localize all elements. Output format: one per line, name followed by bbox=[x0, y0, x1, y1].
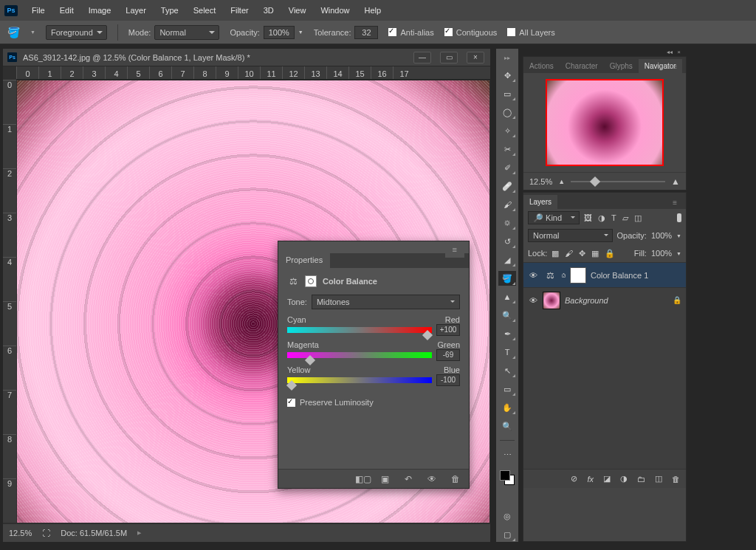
minimize-button[interactable]: — bbox=[413, 52, 431, 63]
menu-3d[interactable]: 3D bbox=[257, 6, 281, 15]
layer-mask-thumbnail[interactable] bbox=[570, 267, 586, 283]
link-icon[interactable]: 𐐘 bbox=[562, 272, 566, 279]
maximize-button[interactable]: ▭ bbox=[440, 52, 458, 63]
properties-tab[interactable]: Properties bbox=[278, 253, 330, 268]
add-mask-icon[interactable]: ◪ bbox=[603, 474, 611, 484]
eraser-tool[interactable]: ◢ bbox=[498, 252, 516, 267]
yellow-blue-slider[interactable] bbox=[287, 377, 432, 383]
opacity-input[interactable]: 100% bbox=[264, 26, 295, 39]
antialias-checkbox[interactable] bbox=[388, 28, 396, 36]
all-layers-checkbox[interactable] bbox=[507, 28, 515, 36]
lasso-tool[interactable]: ◯ bbox=[498, 105, 516, 120]
glyphs-tab[interactable]: Glyphs bbox=[604, 59, 639, 73]
tone-dropdown[interactable]: Midtones bbox=[312, 295, 460, 309]
fill-value[interactable]: 100% bbox=[651, 249, 672, 258]
mask-icon[interactable] bbox=[305, 275, 317, 287]
edit-toolbar-icon[interactable]: ⋯ bbox=[498, 447, 516, 462]
filter-toggle[interactable] bbox=[677, 213, 681, 222]
close-button[interactable]: × bbox=[467, 52, 484, 63]
toolbar-collapse-icon[interactable]: ▸▸ bbox=[504, 55, 510, 61]
lock-position-icon[interactable]: ✥ bbox=[579, 249, 585, 258]
lock-icon[interactable]: 🔒 bbox=[673, 296, 681, 304]
new-group-icon[interactable]: 🗀 bbox=[637, 475, 645, 484]
path-select-tool[interactable]: ↖ bbox=[498, 363, 516, 378]
lock-transparency-icon[interactable]: ▩ bbox=[551, 249, 559, 258]
lock-artboard-icon[interactable]: ▦ bbox=[591, 249, 599, 258]
visibility-toggle[interactable]: 👁 bbox=[528, 296, 538, 305]
history-brush-tool[interactable]: ↺ bbox=[498, 234, 516, 249]
paint-bucket-tool[interactable]: 🪣 bbox=[498, 271, 516, 286]
screen-mode-icon[interactable]: ▢ bbox=[498, 527, 516, 542]
properties-menu-icon[interactable]: ≡ bbox=[445, 243, 464, 258]
quickmask-icon[interactable]: ◎ bbox=[498, 509, 516, 523]
panel-group-collapse-icon[interactable]: ◂◂ × bbox=[523, 49, 687, 55]
fill-area-dropdown[interactable]: Foreground bbox=[46, 25, 107, 40]
filter-type-icon[interactable]: T bbox=[611, 213, 616, 223]
view-previous-icon[interactable]: ▣ bbox=[379, 474, 391, 484]
actions-tab[interactable]: Actions bbox=[523, 59, 560, 73]
layers-menu-icon[interactable]: ≡ bbox=[667, 196, 683, 210]
ruler-horizontal[interactable]: 01234567891011121314151617 bbox=[16, 66, 490, 80]
blur-tool[interactable]: ▲ bbox=[498, 289, 516, 304]
preserve-luminosity-checkbox[interactable] bbox=[287, 399, 295, 407]
marquee-tool[interactable]: ▭ bbox=[498, 86, 516, 101]
yellow-blue-value[interactable]: -100 bbox=[436, 374, 460, 386]
navigator-thumbnail[interactable] bbox=[546, 79, 664, 166]
menu-layer[interactable]: Layer bbox=[119, 6, 153, 15]
expand-icon[interactable]: ⛶ bbox=[42, 529, 50, 537]
visibility-toggle[interactable]: 👁 bbox=[528, 271, 538, 280]
color-swatches[interactable] bbox=[500, 470, 515, 485]
clone-stamp-tool[interactable]: ⛭ bbox=[498, 216, 516, 230]
cyan-red-value[interactable]: +100 bbox=[436, 324, 460, 336]
filter-adjustment-icon[interactable]: ◑ bbox=[598, 213, 605, 223]
menu-view[interactable]: View bbox=[282, 6, 313, 15]
healing-brush-tool[interactable]: 🩹 bbox=[498, 179, 516, 193]
zoom-out-icon[interactable]: ▲ bbox=[558, 178, 565, 185]
layer-thumbnail[interactable] bbox=[543, 292, 560, 309]
move-tool[interactable]: ✥ bbox=[498, 68, 516, 83]
layer-blend-dropdown[interactable]: Normal bbox=[528, 229, 613, 242]
lock-pixels-icon[interactable]: 🖌 bbox=[565, 249, 573, 258]
zoom-tool[interactable]: 🔍 bbox=[498, 419, 516, 433]
layer-background[interactable]: 👁 Background 🔒 bbox=[523, 287, 686, 312]
menu-edit[interactable]: Edit bbox=[53, 6, 80, 15]
menu-window[interactable]: Window bbox=[314, 6, 356, 15]
reset-icon[interactable]: ↶ bbox=[402, 474, 414, 484]
type-tool[interactable]: T bbox=[498, 345, 516, 360]
menu-type[interactable]: Type bbox=[154, 6, 185, 15]
layers-tab[interactable]: Layers bbox=[523, 195, 557, 209]
navigator-menu-icon[interactable]: ≡ bbox=[667, 60, 683, 74]
menu-help[interactable]: Help bbox=[358, 6, 388, 15]
hand-tool[interactable]: ✋ bbox=[498, 400, 516, 415]
filter-smart-icon[interactable]: ◫ bbox=[634, 213, 642, 223]
menu-image[interactable]: Image bbox=[82, 6, 118, 15]
filter-shape-icon[interactable]: ▱ bbox=[622, 213, 628, 223]
brush-tool[interactable]: 🖌 bbox=[498, 197, 516, 212]
layer-filter-dropdown[interactable]: 🔎 Kind bbox=[528, 211, 580, 224]
link-layers-icon[interactable]: ⊘ bbox=[571, 474, 577, 484]
zoom-value[interactable]: 12.5% bbox=[9, 529, 32, 537]
clip-to-layer-icon[interactable]: ◧▢ bbox=[355, 474, 367, 484]
ruler-vertical[interactable]: 0123456789 bbox=[3, 80, 16, 523]
layer-opacity-value[interactable]: 100% bbox=[651, 231, 672, 240]
menu-filter[interactable]: Filter bbox=[224, 6, 255, 15]
layer-style-icon[interactable]: fx bbox=[587, 475, 594, 484]
tolerance-input[interactable]: 32 bbox=[354, 26, 378, 39]
crop-tool[interactable]: ✂ bbox=[498, 142, 516, 157]
cyan-red-slider[interactable] bbox=[287, 327, 432, 333]
navigator-zoom[interactable]: 12.5% bbox=[529, 177, 552, 186]
layer-color-balance[interactable]: 👁 ⚖ 𐐘 Color Balance 1 bbox=[523, 262, 686, 287]
delete-adjustment-icon[interactable]: 🗑 bbox=[450, 474, 461, 484]
blend-mode-dropdown[interactable]: Normal bbox=[154, 25, 219, 40]
layer-name[interactable]: Color Balance 1 bbox=[591, 271, 681, 280]
menu-select[interactable]: Select bbox=[187, 6, 223, 15]
lock-all-icon[interactable]: 🔒 bbox=[605, 249, 615, 258]
contiguous-checkbox[interactable] bbox=[444, 28, 453, 36]
pen-tool[interactable]: ✒ bbox=[498, 326, 516, 341]
magenta-green-value[interactable]: -69 bbox=[436, 349, 460, 361]
magic-wand-tool[interactable]: ✧ bbox=[498, 123, 516, 138]
eyedropper-tool[interactable]: ✐ bbox=[498, 160, 516, 175]
magenta-green-slider[interactable] bbox=[287, 352, 432, 358]
zoom-slider[interactable] bbox=[571, 181, 665, 182]
menu-file[interactable]: File bbox=[25, 6, 52, 15]
